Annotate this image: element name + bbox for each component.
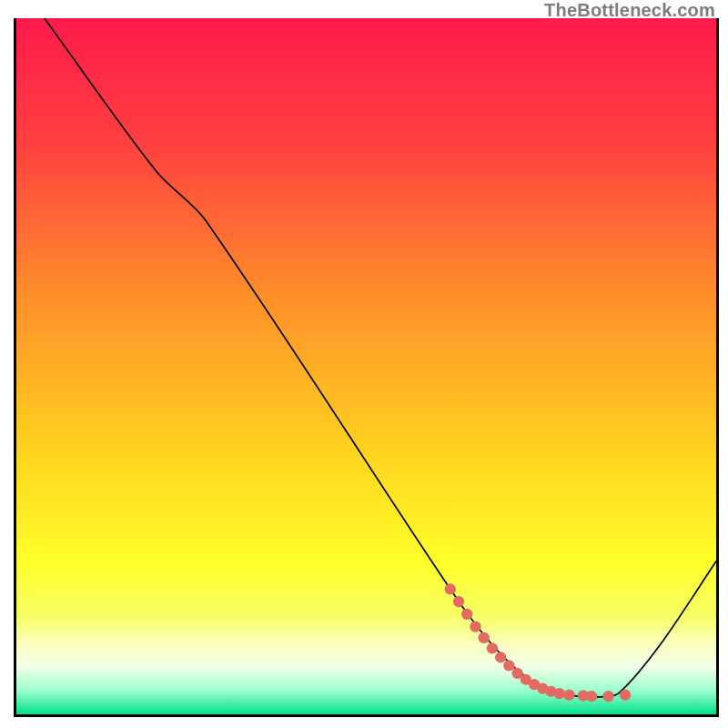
highlight-dot bbox=[495, 652, 506, 662]
highlight-dot bbox=[445, 583, 456, 594]
chart-frame: TheBottleneck.com bbox=[0, 0, 728, 728]
highlight-dot bbox=[479, 632, 490, 643]
highlight-dot bbox=[602, 691, 613, 702]
highlight-dot bbox=[586, 691, 597, 702]
highlight-dot bbox=[563, 689, 574, 700]
highlight-dot bbox=[461, 609, 472, 620]
bottleneck-curve bbox=[45, 18, 716, 697]
highlight-dot bbox=[453, 596, 464, 607]
chart-svg bbox=[16, 18, 716, 714]
highlight-dots-group bbox=[445, 583, 632, 702]
highlight-dot bbox=[470, 621, 480, 632]
highlight-dot bbox=[620, 689, 631, 700]
highlight-dot bbox=[554, 688, 565, 699]
plot-area bbox=[16, 18, 716, 714]
highlight-dot bbox=[487, 642, 498, 653]
highlight-dot bbox=[503, 660, 514, 671]
